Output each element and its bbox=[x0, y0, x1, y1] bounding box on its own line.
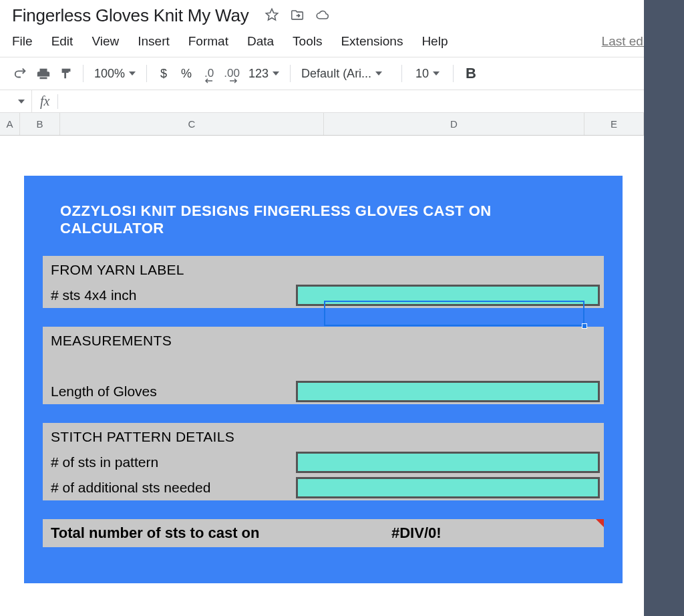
menu-insert[interactable]: Insert bbox=[128, 33, 179, 50]
menu-extensions[interactable]: Extensions bbox=[331, 33, 412, 50]
error-indicator-icon[interactable] bbox=[596, 519, 604, 527]
paint-format-icon[interactable] bbox=[55, 62, 77, 85]
column-header-c[interactable]: C bbox=[60, 113, 324, 135]
menu-help[interactable]: Help bbox=[412, 33, 457, 50]
section-header: FROM YARN LABEL bbox=[43, 256, 294, 283]
row-label-length: Length of Gloves bbox=[43, 379, 294, 404]
menu-file[interactable]: File bbox=[12, 33, 42, 50]
input-sts-pattern[interactable] bbox=[296, 452, 600, 473]
font-size-dropdown[interactable]: 10 bbox=[407, 67, 448, 81]
calculator-title: OZZYLOSI KNIT DESIGNS FINGERLESS GLOVES … bbox=[60, 202, 586, 237]
zoom-value: 100% bbox=[94, 67, 125, 81]
total-label: Total number of sts to cast on bbox=[51, 524, 391, 542]
row-label-sts-4x4: # sts 4x4 inch bbox=[43, 283, 294, 308]
column-header-b[interactable]: B bbox=[20, 113, 60, 135]
section-stitch-pattern: STITCH PATTERN DETAILS # of sts in patte… bbox=[43, 423, 604, 500]
input-additional-sts[interactable] bbox=[296, 477, 600, 498]
decrease-decimal-button[interactable]: .0 bbox=[198, 62, 220, 85]
menu-bar: File Edit View Insert Format Data Tools … bbox=[0, 30, 684, 57]
menu-view[interactable]: View bbox=[82, 33, 128, 50]
selection-handle[interactable] bbox=[582, 323, 587, 329]
fx-label: fx bbox=[32, 94, 57, 109]
spreadsheet-grid[interactable]: OZZYLOSI KNIT DESIGNS FINGERLESS GLOVES … bbox=[0, 136, 644, 591]
format-percent-button[interactable]: % bbox=[175, 62, 198, 85]
total-value: #DIV/0! bbox=[391, 524, 442, 542]
input-sts-4x4[interactable] bbox=[296, 285, 600, 306]
row-label-additional-sts: # of additional sts needed bbox=[43, 475, 294, 500]
caret-down-icon bbox=[433, 71, 440, 75]
print-icon[interactable] bbox=[32, 62, 55, 85]
separator bbox=[453, 65, 454, 82]
more-formats-dropdown[interactable]: 123 bbox=[243, 67, 285, 81]
increase-decimal-button[interactable]: .00 bbox=[220, 62, 243, 85]
calculator-panel: OZZYLOSI KNIT DESIGNS FINGERLESS GLOVES … bbox=[24, 176, 623, 583]
section-header: MEASUREMENTS bbox=[43, 327, 294, 353]
menu-edit[interactable]: Edit bbox=[42, 33, 83, 50]
more-formats-label: 123 bbox=[248, 67, 269, 81]
column-header-row: A B C D E bbox=[0, 113, 684, 136]
menu-data[interactable]: Data bbox=[238, 33, 283, 50]
caret-down-icon bbox=[273, 71, 279, 75]
zoom-dropdown[interactable]: 100% bbox=[89, 67, 141, 81]
column-header-a[interactable]: A bbox=[0, 113, 20, 135]
name-box[interactable] bbox=[0, 90, 32, 112]
star-icon[interactable] bbox=[265, 7, 279, 25]
redo-icon[interactable] bbox=[9, 62, 32, 85]
column-header-e[interactable]: E bbox=[584, 113, 644, 135]
bold-button[interactable]: B bbox=[459, 65, 483, 82]
section-measurements: MEASUREMENTS Length of Gloves bbox=[43, 327, 604, 404]
caret-down-icon bbox=[18, 100, 25, 104]
section-yarn-label: FROM YARN LABEL # sts 4x4 inch bbox=[43, 256, 604, 308]
separator bbox=[401, 65, 402, 82]
font-family-value: Default (Ari... bbox=[301, 67, 371, 81]
separator bbox=[146, 65, 147, 82]
format-currency-button[interactable]: $ bbox=[152, 62, 175, 85]
caret-down-icon bbox=[375, 71, 382, 75]
row-label-sts-pattern: # of sts in pattern bbox=[43, 450, 294, 475]
caret-down-icon bbox=[129, 71, 136, 75]
title-bar: Fingerless Gloves Knit My Way bbox=[0, 0, 684, 30]
input-length[interactable] bbox=[296, 381, 600, 402]
section-header: STITCH PATTERN DETAILS bbox=[43, 423, 294, 450]
total-row: Total number of sts to cast on #DIV/0! bbox=[43, 519, 604, 547]
toolbar: 100% $ % .0 .00 123 Default (Ari... 10 B bbox=[0, 57, 684, 90]
move-icon[interactable] bbox=[290, 7, 305, 25]
cloud-status-icon[interactable] bbox=[315, 7, 330, 25]
font-size-value: 10 bbox=[415, 67, 429, 81]
font-family-dropdown[interactable]: Default (Ari... bbox=[296, 67, 396, 81]
right-side-panel bbox=[644, 0, 684, 616]
separator bbox=[290, 65, 291, 82]
formula-bar: fx bbox=[0, 90, 684, 113]
menu-tools[interactable]: Tools bbox=[283, 33, 331, 50]
separator bbox=[83, 65, 83, 82]
menu-format[interactable]: Format bbox=[179, 33, 238, 50]
formula-input[interactable] bbox=[58, 90, 684, 112]
column-header-d[interactable]: D bbox=[324, 113, 584, 135]
document-title[interactable]: Fingerless Gloves Knit My Way bbox=[12, 5, 248, 26]
